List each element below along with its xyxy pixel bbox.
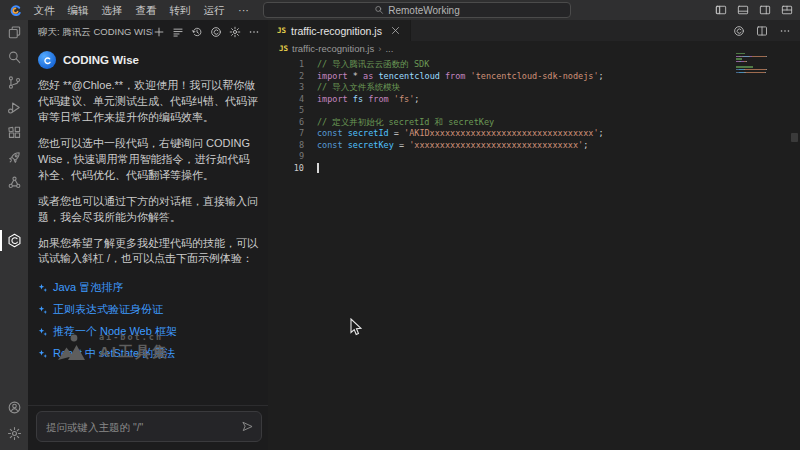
chat-list-icon[interactable] <box>172 26 184 38</box>
assistant-name: CODING Wise <box>63 54 139 66</box>
command-center-search[interactable]: RemoteWorking <box>263 2 571 18</box>
code-text: // 导入文件系统模块 <box>317 82 400 94</box>
chat-header: 聊天: 腾讯云 CODING WISE <box>28 20 268 42</box>
customize-layout-icon[interactable] <box>781 4 793 16</box>
more-icon[interactable] <box>779 25 791 37</box>
split-editor-icon[interactable] <box>756 25 768 37</box>
line-number[interactable]: 8 <box>268 140 317 152</box>
activity-item-account[interactable] <box>0 394 28 420</box>
line-number[interactable]: 5 <box>268 105 317 117</box>
tab-traffic-recognition[interactable]: JS traffic-recognition.js <box>268 20 411 41</box>
menu-item[interactable]: 转到 <box>163 0 197 20</box>
code-line[interactable]: 8const secretKey = 'xxxxxxxxxxxxxxxxxxxx… <box>268 140 800 152</box>
code-text: import * as tencentcloud from 'tencentcl… <box>317 71 604 83</box>
extensions-icon <box>7 125 22 140</box>
chat-input-area <box>28 405 268 450</box>
code-token: = <box>389 128 404 138</box>
menu-item[interactable]: 选择 <box>95 0 129 20</box>
wise-logo-icon[interactable] <box>733 25 745 37</box>
activity-item-cluster[interactable] <box>0 170 28 195</box>
chat-panel-title: 聊天: 腾讯云 CODING WISE <box>38 26 153 39</box>
code-token: import <box>317 94 348 104</box>
minimap-line <box>736 66 786 67</box>
code-token: from <box>445 71 465 81</box>
activity-item-rocket[interactable] <box>0 145 28 170</box>
history-icon[interactable] <box>191 26 203 38</box>
minimap-line <box>736 61 786 62</box>
minimap-line <box>736 64 786 65</box>
minimap-seg <box>766 56 767 57</box>
menu-item[interactable]: 编辑 <box>61 0 95 20</box>
line-number[interactable]: 9 <box>268 151 317 163</box>
more-icon[interactable] <box>248 26 260 38</box>
ai-bot-logo-icon <box>58 334 92 360</box>
settings-icon[interactable] <box>229 26 241 38</box>
editor-group: JS traffic-recognition.js JS traffic-rec… <box>268 20 800 450</box>
title-bar: 文件编辑选择查看转到运行 ··· RemoteWorking <box>0 0 800 20</box>
close-tab-icon[interactable] <box>390 25 401 36</box>
activity-item-explorer[interactable] <box>0 20 28 45</box>
breadcrumb-file[interactable]: traffic-recognition.js <box>292 43 374 54</box>
code-line[interactable]: 9 <box>268 151 800 163</box>
code-token: ; <box>414 94 419 104</box>
sparkle-icon <box>38 349 48 359</box>
minimap-line <box>736 58 786 59</box>
line-number[interactable]: 1 <box>268 59 317 71</box>
activity-item-run-debug[interactable] <box>0 95 28 120</box>
activity-item-search[interactable] <box>0 45 28 70</box>
activity-item-settings[interactable] <box>0 420 28 446</box>
line-number[interactable]: 2 <box>268 71 317 83</box>
example-link[interactable]: 正则表达式验证身份证 <box>38 302 258 317</box>
menu-item[interactable]: 运行 <box>197 0 231 20</box>
remote-title: RemoteWorking <box>388 5 460 16</box>
activity-item-coding-wise[interactable] <box>0 228 28 253</box>
menu-bar: 文件编辑选择查看转到运行 <box>27 0 231 20</box>
line-number[interactable]: 4 <box>268 94 317 106</box>
code-line[interactable]: 7const secretId = 'AKIDxxxxxxxxxxxxxxxxx… <box>268 128 800 140</box>
send-icon[interactable] <box>241 420 254 433</box>
line-number[interactable]: 10 <box>268 163 317 175</box>
line-number[interactable]: 7 <box>268 128 317 140</box>
code-line[interactable]: 6// 定义并初始化 secretId 和 secretKey <box>268 117 800 129</box>
code-token: const <box>317 140 343 150</box>
toggle-secondary-sidebar-icon[interactable] <box>759 4 771 16</box>
new-chat-icon[interactable] <box>153 26 165 38</box>
line-number[interactable]: 3 <box>268 82 317 94</box>
code-line[interactable]: 5 <box>268 105 800 117</box>
code-token: fs <box>353 94 363 104</box>
code-line[interactable]: 2import * as tencentcloud from 'tencentc… <box>268 71 800 83</box>
minimap-seg <box>736 58 742 59</box>
menu-item[interactable]: 查看 <box>129 0 163 20</box>
code-token: tencentcloud <box>378 71 439 81</box>
menu-more-button[interactable]: ··· <box>231 4 256 16</box>
chat-message: 您好 **@Chloe.**，欢迎使用！我可以帮你做代码建议、单元测试生成、代码… <box>38 78 258 126</box>
minimap-seg <box>736 66 753 67</box>
chat-input[interactable] <box>36 411 262 442</box>
example-link[interactable]: Java 冒泡排序 <box>38 280 258 295</box>
activity-item-source-control[interactable] <box>0 70 28 95</box>
code-line[interactable]: 1// 导入腾讯云云函数的 SDK <box>268 59 800 71</box>
explorer-icon <box>7 25 22 40</box>
activity-item-extensions[interactable] <box>0 120 28 145</box>
chat-messages: 您好 **@Chloe.**，欢迎使用！我可以帮你做代码建议、单元测试生成、代码… <box>38 78 258 267</box>
code-token: as <box>363 71 373 81</box>
code-line[interactable]: 3// 导入文件系统模块 <box>268 82 800 94</box>
line-number[interactable]: 6 <box>268 117 317 129</box>
toggle-primary-sidebar-icon[interactable] <box>715 4 727 16</box>
toggle-panel-icon[interactable] <box>737 4 749 16</box>
source-control-icon <box>7 75 22 90</box>
code-line[interactable]: 10 <box>268 163 800 175</box>
minimap-line <box>736 75 786 76</box>
code-token: 'fs' <box>394 94 414 104</box>
activity-bar <box>0 20 28 450</box>
account-icon <box>7 400 22 415</box>
code-line[interactable]: 4import fs from 'fs'; <box>268 94 800 106</box>
breadcrumb[interactable]: JS traffic-recognition.js › ... <box>268 41 800 56</box>
scrollbar-thumb[interactable] <box>791 133 798 142</box>
code-editor[interactable]: 1// 导入腾讯云云函数的 SDK2import * as tencentclo… <box>268 56 800 174</box>
wise-logo-icon[interactable] <box>210 26 222 38</box>
minimap[interactable] <box>736 53 786 80</box>
breadcrumb-symbol[interactable]: ... <box>385 43 393 54</box>
coding-wise-avatar-icon <box>38 51 56 69</box>
menu-item[interactable]: 文件 <box>27 0 61 20</box>
